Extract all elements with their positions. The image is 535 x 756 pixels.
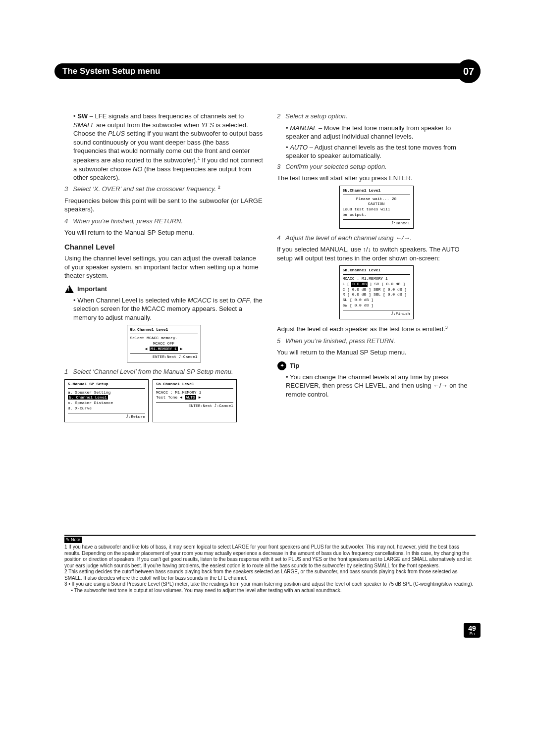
- step-3: 3Select ‘X. OVER’ and set the crossover …: [64, 184, 263, 194]
- step-4-body: If you selected MANUAL, use ↑/↓ to switc…: [277, 245, 476, 262]
- footnotes: ✎ Note 1 If you have a subwoofer and lik…: [64, 535, 476, 594]
- page-number-badge: 49 En: [464, 623, 481, 638]
- footnote-1: 1 If you have a subwoofer and like lots …: [64, 544, 476, 569]
- sw-bullet: SW – LFE signals and bass frequencies of…: [73, 112, 263, 182]
- footnote-3: 3 • If you are using a Sound Pressure Le…: [64, 581, 476, 588]
- step-5: 5When you’re finished, press RETURN.: [277, 337, 476, 346]
- header-bar: The System Setup menu: [54, 63, 481, 79]
- step-3-body: Frequencies below this point will be sen…: [64, 197, 263, 214]
- chapter-badge: 07: [457, 59, 481, 83]
- osd-mcacc-memory: 5b.Channel Level Select MCACC memory. MC…: [127, 325, 201, 362]
- step-2: 2Select a setup option.: [277, 112, 476, 121]
- footnote-3b: • The subwoofer test tone is output at l…: [64, 588, 476, 594]
- header-title: The System Setup menu: [62, 66, 160, 76]
- step-4-body: You will return to the Manual SP Setup m…: [64, 228, 263, 237]
- osd-please-wait: 5b.Channel Level Please wait... 20 CAUTI…: [339, 186, 414, 229]
- tip-callout: ✦ Tip: [277, 361, 476, 371]
- channel-level-heading: Channel Level: [64, 242, 263, 252]
- important-callout: Important: [64, 284, 263, 294]
- tip-bullet: You can change the channel levels at any…: [286, 373, 476, 399]
- auto-bullet: AUTO – Adjust channel levels as the test…: [286, 143, 476, 160]
- osd-pair: 5.Manual SP Setup a. Speaker Setting b. …: [64, 379, 263, 422]
- right-column: 2Select a setup option. MANUAL – Move th…: [277, 112, 476, 427]
- step-3-body: The test tones will start after you pres…: [277, 174, 476, 183]
- warning-icon: [64, 284, 74, 294]
- after-step4: Adjust the level of each speaker as the …: [277, 324, 476, 334]
- page-lang: En: [464, 631, 481, 636]
- step-1: 1Select ‘Channel Level’ from the Manual …: [64, 367, 263, 376]
- content-columns: SW – LFE signals and bass frequencies of…: [64, 112, 476, 427]
- step-4: 4Adjust the level of each channel using …: [277, 234, 476, 243]
- channel-level-intro: Using the channel level settings, you ca…: [64, 254, 263, 280]
- footnote-2: 2 This setting decides the cutoff betwee…: [64, 569, 476, 581]
- osd-manual-sp-setup: 5.Manual SP Setup a. Speaker Setting b. …: [64, 379, 149, 422]
- osd-levels: 5b.Channel Level MCACC : M1.MEMORY 1 L[0…: [339, 265, 414, 319]
- kw: SW: [77, 112, 88, 120]
- step-3: 3Confirm your selected setup option.: [277, 162, 476, 171]
- note-icon: ✎ Note: [64, 537, 82, 543]
- gear-icon: ✦: [277, 361, 287, 371]
- osd-channel-level-testtone: 5b.Channel Level MCACC : M1.MEMORY 1 Tes…: [153, 379, 237, 422]
- left-column: SW – LFE signals and bass frequencies of…: [64, 112, 263, 427]
- step-5-body: You will return to the Manual SP Setup m…: [277, 348, 476, 357]
- manual-bullet: MANUAL – Move the test tone manually fro…: [286, 124, 476, 141]
- note-label-row: ✎ Note: [64, 537, 476, 543]
- important-label: Important: [77, 285, 107, 294]
- footnote-ref-2: 2: [218, 185, 220, 190]
- footnote-rule: [64, 535, 476, 536]
- step-4: 4When you’re finished, press RETURN.: [64, 217, 263, 226]
- tip-label: Tip: [290, 361, 299, 370]
- important-bullet: When Channel Level is selected while MCA…: [73, 296, 263, 322]
- footnote-ref-3: 3: [445, 325, 448, 330]
